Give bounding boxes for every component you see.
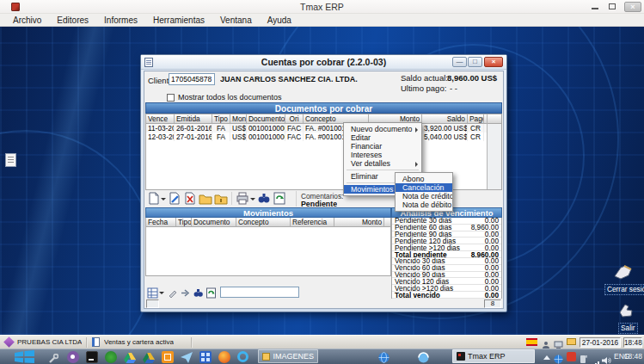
cerrar-sesion-icon[interactable]	[612, 262, 635, 282]
cmd-taskbar-icon[interactable]	[86, 351, 98, 363]
cerrar-sesion-label[interactable]: Cerrar sesión	[604, 284, 644, 295]
tray-expand-icon[interactable]	[543, 355, 550, 360]
vertical-scrollbar[interactable]	[487, 114, 501, 189]
network-signal-icon[interactable]	[590, 354, 600, 364]
close-button[interactable]: ×	[624, 2, 641, 12]
paper-plane-taskbar-icon[interactable]	[181, 351, 193, 362]
cell-tipo: FA	[212, 124, 230, 133]
new-document-dropdown-icon[interactable]	[161, 198, 166, 201]
search-movements-icon[interactable]	[193, 287, 204, 298]
edit-movement-icon[interactable]	[167, 287, 178, 298]
green-app-taskbar-icon[interactable]	[105, 351, 117, 363]
col-saldo[interactable]: Saldo	[422, 114, 468, 124]
col-concepto[interactable]: Concepto	[236, 218, 291, 227]
aging-row: Vencido 90 dias0.00	[392, 272, 501, 279]
viber-taskbar-icon[interactable]	[67, 351, 79, 363]
tmax-taskbar-button[interactable]: Tmax ERP	[452, 349, 535, 363]
browser-circle-taskbar-icon[interactable]	[237, 351, 248, 362]
volume-icon[interactable]	[602, 353, 611, 361]
drive-taskbar-icon[interactable]	[124, 351, 136, 362]
menu-item-ver-detalles[interactable]: Ver detalles	[344, 159, 421, 168]
folder-open-icon[interactable]	[199, 192, 212, 205]
new-document-icon[interactable]	[147, 192, 161, 205]
erp-minimize-button[interactable]: —	[452, 57, 467, 67]
col-tipo[interactable]: Tipo	[176, 218, 192, 227]
statusbar-time: 18:48	[623, 337, 642, 348]
notepad-shortcut-icon[interactable]	[5, 153, 16, 167]
erp-maximize-button[interactable]: □	[468, 57, 482, 67]
aging-total-vencido: Total vencido0.00	[392, 292, 501, 299]
col-documento[interactable]: Documento	[192, 218, 236, 227]
folder-icon	[262, 353, 270, 361]
erp-close-button[interactable]: ×	[484, 57, 503, 67]
sort-dropdown-icon[interactable]	[159, 292, 164, 294]
saldo-actual-value: 8,960.00 US$	[447, 73, 497, 83]
submenu-item-nota-debito[interactable]: Nota de débito	[396, 201, 452, 209]
col-tipo[interactable]: Tipo	[212, 114, 230, 124]
menu-ayuda[interactable]: Ayuda	[260, 14, 299, 27]
tools-taskbar-icon[interactable]	[48, 352, 58, 362]
menu-item-nuevo-documento[interactable]: Nuevo documento	[344, 125, 421, 133]
user-icon[interactable]	[542, 337, 550, 346]
quick-filter-input[interactable]	[220, 287, 299, 298]
document-row-2[interactable]: 12-03-2016 ... 27-01-2016 ... FA US$ 001…	[146, 133, 501, 141]
menu-editores[interactable]: Editores	[49, 14, 96, 27]
start-icon[interactable]	[14, 350, 36, 363]
menu-item-editar[interactable]: Editar	[344, 133, 421, 142]
taskbar-clock[interactable]: 18:48	[624, 352, 642, 361]
cell-mon: US$	[230, 133, 247, 141]
folder-save-icon[interactable]	[214, 192, 228, 205]
minimize-icon[interactable]	[592, 8, 598, 9]
globe-browser-taskbar-icon[interactable]	[378, 351, 389, 362]
menu-archivo[interactable]: Archivo	[5, 14, 49, 27]
salir-label[interactable]: Salir	[618, 323, 638, 334]
menu-item-intereses[interactable]: Intereses	[344, 151, 421, 159]
search-icon[interactable]	[257, 192, 271, 205]
workstation-icon[interactable]	[554, 337, 563, 346]
col-emitida[interactable]: Emitida	[175, 114, 212, 124]
submenu-item-abono[interactable]: Abono	[396, 175, 452, 183]
col-ori[interactable]: Ori	[285, 114, 304, 124]
col-pago[interactable]: Pago	[468, 114, 484, 124]
tmax-label: Tmax ERP	[468, 352, 506, 361]
salir-icon[interactable]	[616, 302, 635, 319]
aging-row: Vencido 120 dias0.00	[392, 278, 501, 285]
menu-item-financiar[interactable]: Financiar	[344, 142, 421, 151]
print-icon[interactable]	[236, 192, 249, 205]
orange-app-taskbar-icon[interactable]	[162, 351, 174, 363]
col-mon[interactable]: Mon	[230, 114, 247, 124]
refresh-movements-icon[interactable]	[205, 287, 217, 298]
tray-globe-icon[interactable]	[554, 352, 563, 361]
folder-status-icon[interactable]	[567, 338, 576, 345]
imagenes-taskbar-button[interactable]: IMAGENES	[258, 349, 318, 363]
edit-document-icon[interactable]	[168, 192, 181, 205]
submenu-item-nota-credito[interactable]: Nota de crédito	[396, 192, 452, 201]
col-vence[interactable]: Vence	[146, 114, 175, 124]
menu-ventana[interactable]: Ventana	[212, 14, 260, 27]
aging-row: Pendiente 90 dias0.00	[392, 231, 501, 238]
col-referencia[interactable]: Referencia	[291, 218, 334, 227]
menu-herramientas[interactable]: Herramientas	[145, 14, 212, 27]
col-fecha[interactable]: Fecha	[146, 218, 176, 227]
delete-document-icon[interactable]	[183, 192, 197, 205]
drive2-taskbar-icon[interactable]	[143, 351, 155, 362]
tray-device-icon[interactable]	[579, 352, 587, 361]
tray-alert-icon[interactable]	[567, 352, 576, 361]
print-dropdown-icon[interactable]	[250, 198, 255, 201]
sort-grid-icon[interactable]	[147, 287, 158, 298]
document-row-1[interactable]: 11-03-2016 ... 26-01-2016 ... FA US$ 001…	[146, 124, 501, 133]
col-documento[interactable]: Documento	[247, 114, 285, 124]
mostrar-todos-checkbox[interactable]	[167, 94, 175, 102]
export-icon[interactable]	[180, 287, 191, 298]
restore-icon[interactable]	[609, 3, 616, 9]
refresh-icon[interactable]	[273, 192, 286, 205]
cliente-input[interactable]: 1705045878	[169, 73, 215, 85]
windows-app-taskbar-icon[interactable]	[199, 351, 212, 363]
window-status-cell	[146, 299, 159, 308]
menu-informes[interactable]: Informes	[96, 14, 145, 27]
col-monto[interactable]: Monto	[334, 218, 384, 227]
firefox-taskbar-icon[interactable]	[218, 351, 230, 363]
cell-ori: FAC	[285, 133, 304, 141]
submenu-item-cancelacion[interactable]: Cancelación	[396, 183, 452, 192]
ie-taskbar-icon[interactable]	[418, 351, 429, 362]
